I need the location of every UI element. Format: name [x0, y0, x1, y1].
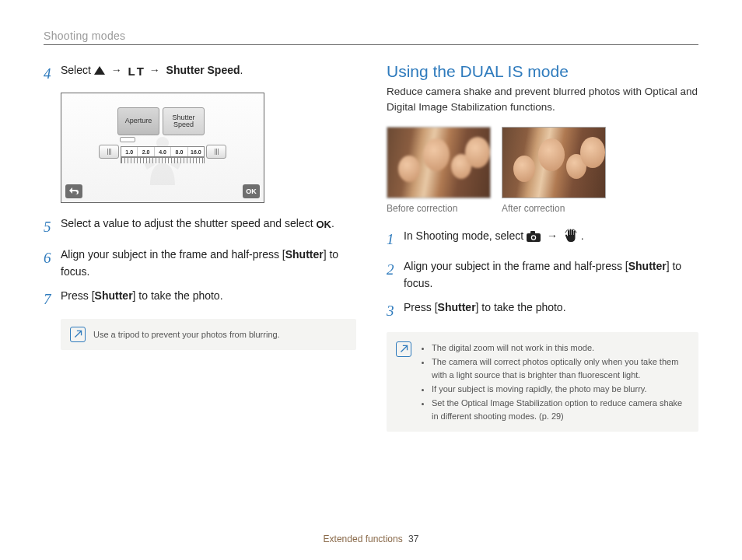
note-text: Use a tripod to prevent your photos from… [93, 330, 280, 339]
note-icon [70, 327, 86, 342]
footer-section: Extended functions [324, 534, 403, 544]
scale-value: 8.0 [171, 147, 187, 156]
step-text: In Shooting mode, select → . [404, 228, 698, 245]
note-icon [396, 341, 411, 357]
step-number: 4 [44, 62, 61, 85]
photo-after [502, 127, 606, 198]
text: Select a value to adjust the shutter spe… [61, 217, 316, 229]
ruler-ticks [121, 157, 205, 163]
step-text: Press [Shutter] to take the photo. [404, 299, 698, 317]
bold-label: Shutter [628, 260, 667, 272]
text: ] to take the photo. [133, 289, 223, 302]
step-number: 2 [387, 258, 404, 281]
value-scale: 1.0 2.0 4.0 8.0 16.0 [102, 146, 223, 174]
up-triangle-icon [94, 66, 105, 75]
scale-value: 16.0 [188, 147, 204, 156]
image-captions: Before correction After correction [387, 203, 698, 214]
face [580, 137, 605, 168]
back-button [65, 184, 82, 198]
info-note: The digital zoom will not work in this m… [387, 332, 698, 432]
text: . [331, 217, 334, 229]
ok-icon: OK [316, 217, 331, 233]
section-heading: Using the DUAL IS mode [387, 62, 698, 81]
face [538, 138, 565, 171]
step-number: 5 [44, 215, 61, 238]
section-subtitle: Reduce camera shake and prevent blurred … [387, 84, 698, 116]
step-number: 1 [387, 228, 404, 250]
face [398, 156, 420, 182]
note-item: Set the Optical Image Stabilization opti… [432, 397, 688, 423]
caption-before: Before correction [387, 203, 491, 214]
step-number: 7 [44, 288, 61, 310]
scale-value: 1.0 [121, 147, 138, 156]
step-number: 6 [44, 247, 61, 269]
arrow-icon: → [149, 64, 160, 76]
step-text: Select → L T → Shutter Speed. [61, 62, 355, 80]
caption-after: After correction [502, 203, 606, 214]
text: ] to take the photo. [476, 301, 566, 313]
text: Select [61, 64, 94, 76]
aperture-tab: Aperture [117, 107, 159, 135]
auto-indicator [120, 137, 135, 142]
step-6: 6 Align your subject in the frame and ha… [44, 247, 355, 280]
shutter-speed-tab: Shutter Speed [163, 107, 205, 135]
step-text: Align your subject in the frame and half… [404, 258, 698, 292]
text: . [240, 64, 243, 76]
dual-is-hand-icon [564, 229, 578, 243]
bold-label: Shutter Speed [166, 64, 240, 76]
camera-lcd-illustration: Aperture Shutter Speed 1.0 2.0 4.0 8.0 1… [61, 93, 264, 203]
step-number: 3 [387, 299, 404, 322]
step-text: Select a value to adjust the shutter spe… [61, 215, 355, 233]
bold-label: Shutter [285, 248, 324, 261]
step-5: 5 Select a value to adjust the shutter s… [44, 215, 355, 238]
header-rule: Shooting modes [44, 30, 698, 45]
slider-handle-right [206, 145, 226, 159]
note-item: The camera will correct photos optically… [432, 355, 688, 382]
breadcrumb: Shooting modes [44, 30, 698, 42]
bold-label: Shutter [438, 301, 476, 313]
right-column: Using the DUAL IS mode Reduce camera sha… [387, 62, 698, 432]
text: Press [ [404, 301, 438, 313]
scale-value: 2.0 [138, 147, 154, 156]
text: . [581, 229, 584, 242]
step-text: Press [Shutter] to take the photo. [61, 288, 355, 305]
text: Press [ [61, 289, 95, 302]
face [465, 137, 490, 168]
step-7: 7 Press [Shutter] to take the photo. [44, 288, 355, 310]
page-number: 37 [408, 534, 418, 544]
camera-icon [527, 231, 541, 242]
tip-note: Use a tripod to prevent your photos from… [61, 319, 356, 350]
lt-mode-icon: L T [128, 62, 143, 80]
photo-before [387, 127, 491, 198]
manual-page: Shooting modes 4 Select → L T → Shutter … [0, 0, 742, 560]
step-text: Align your subject in the frame and half… [61, 247, 355, 280]
step-2: 2 Align your subject in the frame and ha… [387, 258, 698, 292]
face [513, 156, 535, 182]
step-4: 4 Select → L T → Shutter Speed. [44, 62, 355, 85]
note-item: If your subject is moving rapidly, the p… [432, 383, 688, 396]
scale-values: 1.0 2.0 4.0 8.0 16.0 [121, 146, 205, 157]
note-list: The digital zoom will not work in this m… [419, 341, 688, 424]
text: In Shooting mode, select [404, 229, 527, 242]
note-item: The digital zoom will not work in this m… [432, 341, 688, 355]
arrow-icon: → [547, 229, 558, 242]
arrow-icon: → [111, 64, 122, 76]
text: Align your subject in the frame and half… [404, 260, 628, 272]
face [423, 138, 450, 171]
svg-point-3 [532, 236, 535, 239]
page-footer: Extended functions 37 [0, 534, 742, 544]
two-column-layout: 4 Select → L T → Shutter Speed. Aperture… [44, 62, 698, 432]
bold-label: Shutter [95, 289, 133, 302]
text: Align your subject in the frame and half… [61, 248, 285, 261]
ok-button: OK [243, 184, 260, 198]
step-3: 3 Press [Shutter] to take the photo. [387, 299, 698, 322]
slider-handle-left [99, 145, 119, 159]
svg-rect-1 [530, 231, 535, 234]
example-images [387, 127, 698, 198]
step-1: 1 In Shooting mode, select → . [387, 228, 698, 250]
scale-value: 4.0 [155, 147, 171, 156]
left-column: 4 Select → L T → Shutter Speed. Aperture… [44, 62, 355, 432]
